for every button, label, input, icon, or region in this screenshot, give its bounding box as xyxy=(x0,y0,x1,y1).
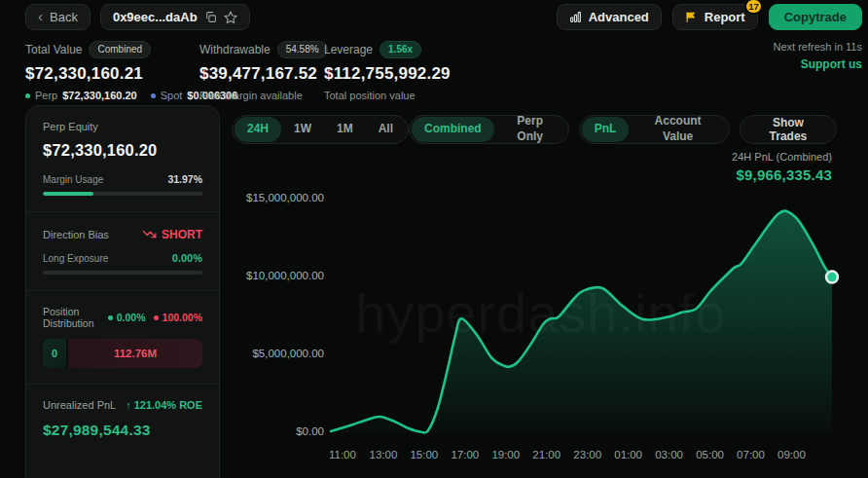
x-tick-label: 19:00 xyxy=(491,449,520,460)
pnl-account-toggle: PnLAccount Value xyxy=(579,115,730,144)
advanced-button[interactable]: Advanced xyxy=(557,4,662,30)
x-tick-label: 15:00 xyxy=(410,449,438,460)
x-tick-label: 05:00 xyxy=(696,449,724,460)
show-trades-button[interactable]: Show Trades xyxy=(740,115,837,144)
report-count-badge: 17 xyxy=(744,0,763,15)
x-tick-label: 07:00 xyxy=(737,449,765,460)
copytrade-button[interactable]: Copytrade xyxy=(769,4,862,30)
pnl-chart[interactable]: hyperdash.info $0.00$5,000,000.00$10,000… xyxy=(232,184,837,476)
short-distribution-pct: 100.00% xyxy=(154,312,202,323)
margin-usage-pct: 31.97% xyxy=(167,173,202,185)
withdrawable-pct-pill: 54.58% xyxy=(277,41,328,58)
stat-withdrawable: Withdrawable 54.58% $39,477,167.52 Free … xyxy=(199,41,328,101)
y-tick-label: $15,000,000.00 xyxy=(129,192,324,203)
long-amount: 0 xyxy=(43,339,68,368)
withdrawable-label: Withdrawable xyxy=(199,43,271,56)
perp-dot-icon xyxy=(25,93,30,98)
x-tick-label: 09:00 xyxy=(778,449,806,460)
short-dot-icon xyxy=(154,315,159,320)
report-label: Report xyxy=(705,10,745,24)
pnl-line-chart-svg xyxy=(232,184,845,442)
address-chip[interactable]: 0x9eec...daAb xyxy=(100,4,250,30)
copy-icon[interactable] xyxy=(204,11,217,23)
combined-pill: Combined xyxy=(89,41,151,58)
perp-value: $72,330,160.20 xyxy=(62,90,136,101)
range-tab-all[interactable]: All xyxy=(366,117,406,142)
last-point-marker xyxy=(826,272,838,283)
leverage-value: $112,755,992.29 xyxy=(324,64,451,84)
leverage-pill: 1.56x xyxy=(380,41,421,58)
x-tick-label: 01:00 xyxy=(614,449,642,460)
trending-down-icon xyxy=(142,227,157,241)
metric-tab-pnl[interactable]: PnL xyxy=(582,117,630,142)
back-label: Back xyxy=(50,10,78,24)
advanced-label: Advanced xyxy=(589,10,649,24)
perp-equity-label: Perp Equity xyxy=(43,121,202,132)
total-value-label: Total Value xyxy=(25,43,82,56)
mode-tab-combined[interactable]: Combined xyxy=(412,117,494,142)
x-tick-label: 03:00 xyxy=(655,449,683,460)
x-tick-label: 23:00 xyxy=(573,449,601,460)
long-exposure-pct: 0.00% xyxy=(172,252,202,264)
x-tick-label: 21:00 xyxy=(532,449,561,460)
pnl-chart-panel: 24H1W1MAll CombinedPerp Only PnLAccount … xyxy=(232,115,837,476)
combined-perp-toggle: CombinedPerp Only xyxy=(409,115,569,144)
range-tab-1m[interactable]: 1M xyxy=(324,117,366,142)
direction-bias-value: SHORT xyxy=(142,227,202,241)
y-tick-label: $0.00 xyxy=(129,425,324,437)
perp-equity-value: $72,330,160.20 xyxy=(43,141,202,160)
metric-tab-account-value[interactable]: Account Value xyxy=(629,109,726,149)
spot-label: Spot xyxy=(161,90,183,101)
mode-tab-perp-only[interactable]: Perp Only xyxy=(494,109,566,149)
account-summary-card: Perp Equity $72,330,160.20 Margin Usage … xyxy=(25,105,220,478)
star-icon[interactable] xyxy=(224,11,237,24)
roe-value: ↑ 121.04% ROE xyxy=(126,399,202,411)
support-us-link[interactable]: Support us xyxy=(773,57,862,71)
unrealized-pnl-label: Unrealized PnL xyxy=(43,399,116,411)
position-distribution-label: Position Distribution xyxy=(43,306,100,329)
bar-chart-icon xyxy=(569,11,582,23)
leverage-sub: Total position value xyxy=(324,90,416,101)
withdrawable-sub: Free margin available xyxy=(199,90,303,101)
y-tick-label: $10,000,000.00 xyxy=(129,270,324,281)
back-button[interactable]: ‹ Back xyxy=(25,4,90,30)
direction-bias-label: Direction Bias xyxy=(43,229,109,240)
wallet-address: 0x9eec...daAb xyxy=(113,10,198,24)
topbar: ‹ Back 0x9eec...daAb xyxy=(0,0,868,35)
chevron-left-icon: ‹ xyxy=(38,9,43,23)
long-exposure-label: Long Exposure xyxy=(43,253,108,264)
unrealized-pnl-section: Unrealized PnL ↑ 121.04% ROE $27,989,544… xyxy=(26,384,219,455)
refresh-countdown: Next refresh in 11s xyxy=(773,41,862,53)
stats-row: Total Value Combined $72,330,160.21 Perp… xyxy=(0,35,868,99)
perp-label: Perp xyxy=(35,90,57,101)
long-dot-icon xyxy=(108,315,113,320)
x-tick-label: 13:00 xyxy=(370,449,398,460)
range-tab-24h[interactable]: 24H xyxy=(235,117,281,142)
spot-dot-icon xyxy=(151,93,156,98)
copytrading-dashboard: ‹ Back 0x9eec...daAb xyxy=(0,0,868,478)
chart-pnl-value: $9,966,335.43 xyxy=(232,166,832,183)
withdrawable-value: $39,477,167.52 xyxy=(199,64,328,84)
flag-icon xyxy=(685,11,698,23)
margin-usage-label: Margin Usage xyxy=(43,174,103,185)
position-distribution-section: Position Distribution 0.00% 100.00% 0 11… xyxy=(26,290,219,384)
time-range-tabs: 24H1W1MAll xyxy=(232,115,409,144)
leverage-label: Leverage xyxy=(324,43,373,56)
x-tick-label: 17:00 xyxy=(451,449,479,460)
stat-leverage: Leverage 1.56x $112,755,992.29 Total pos… xyxy=(324,41,451,101)
y-tick-label: $5,000,000.00 xyxy=(129,348,324,359)
x-tick-label: 11:00 xyxy=(329,449,356,460)
chart-pnl-label: 24H PnL (Combined) xyxy=(232,151,832,163)
range-tab-1w[interactable]: 1W xyxy=(281,117,324,142)
long-distribution-pct: 0.00% xyxy=(108,312,146,323)
